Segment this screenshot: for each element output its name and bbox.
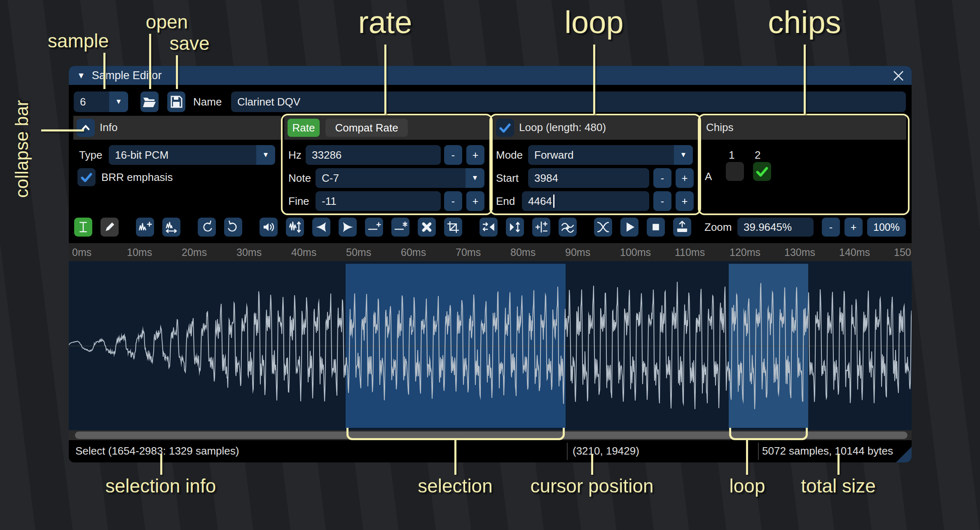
ruler-tick-label: 100ms xyxy=(620,246,651,258)
fade-out-button[interactable] xyxy=(339,218,357,237)
ruler-tick-label: 60ms xyxy=(401,246,426,258)
ruler-tick-label: 0ms xyxy=(72,246,91,258)
window-collapse-triangle-icon[interactable]: ▼ xyxy=(77,71,85,80)
annotation-line-collapse-bar xyxy=(41,129,84,131)
annotation-chips: chips xyxy=(768,4,841,40)
info-panel: Info Type 16-bit PCM ▼ BRR emphasis xyxy=(73,116,281,213)
open-sample-button[interactable] xyxy=(140,91,159,112)
total-size-status: 5072 samples, 10144 bytes xyxy=(762,445,893,457)
fade-in-button[interactable] xyxy=(312,218,330,237)
cursor-position-status: (3210, 19429) xyxy=(573,445,639,457)
annotation-loop-region: loop xyxy=(730,475,765,497)
annotation-bracket-loop xyxy=(729,428,808,440)
annotation-line-rate xyxy=(384,45,386,114)
select-button[interactable] xyxy=(74,218,92,237)
info-header: Info xyxy=(100,121,117,134)
window-titlebar[interactable]: ▼ Sample Editor xyxy=(69,66,912,85)
filter-icon xyxy=(560,219,575,235)
status-bar: Select (1654-2983: 1329 samples) (3210, … xyxy=(69,440,912,462)
ruler-tick-label: 140ms xyxy=(839,246,870,258)
chevron-up-icon xyxy=(79,121,92,134)
amplify-icon xyxy=(261,219,276,235)
undo-button[interactable] xyxy=(198,218,216,237)
type-label: Type xyxy=(79,145,102,165)
undo-icon xyxy=(199,219,215,235)
stop-icon xyxy=(648,219,664,235)
delete-button[interactable] xyxy=(418,218,436,237)
annotation-sample: sample xyxy=(48,30,109,52)
apply-silence-icon xyxy=(393,219,408,235)
annotation-total-size: total size xyxy=(801,475,876,497)
window-resize-grip[interactable] xyxy=(896,447,912,462)
annotation-stem-total-size xyxy=(837,454,840,475)
name-label: Name xyxy=(193,91,222,112)
sample-selector-value: 6 xyxy=(74,91,109,112)
annotation-line-loop xyxy=(593,45,595,114)
waveform-canvas[interactable] xyxy=(69,261,912,430)
fade-in-icon xyxy=(313,219,329,235)
normalize-button[interactable] xyxy=(286,218,304,237)
resize-button[interactable] xyxy=(136,218,154,237)
close-icon[interactable] xyxy=(892,69,905,82)
annotation-rate: rate xyxy=(358,4,412,40)
ruler-tick-label: 110ms xyxy=(675,246,705,258)
draw-icon xyxy=(102,219,117,235)
ruler-tick-label: 80ms xyxy=(510,246,536,258)
ruler-tick-label: 120ms xyxy=(730,246,760,258)
annotation-box-loop xyxy=(489,114,701,215)
insert-silence-icon xyxy=(366,219,382,235)
annotation-line-chips xyxy=(804,45,806,114)
ruler-tick-label: 20ms xyxy=(182,246,207,258)
reverse-icon xyxy=(481,219,496,235)
ruler-tick-label: 90ms xyxy=(565,246,590,258)
resample-button[interactable] xyxy=(162,218,180,237)
zoom-in-button[interactable]: + xyxy=(844,218,863,237)
annotation-box-chips xyxy=(698,114,910,215)
ruler-tick-label: 10ms xyxy=(127,246,152,258)
save-sample-button[interactable] xyxy=(167,91,185,112)
checkmark-icon xyxy=(79,170,94,185)
selection-info-status: Select (1654-2983: 1329 samples) xyxy=(75,445,239,457)
zoom-reset-button[interactable]: 100% xyxy=(867,218,906,237)
annotation-line-sample xyxy=(103,53,105,89)
zoom-input[interactable]: 39.9645% xyxy=(737,218,814,237)
play-button[interactable] xyxy=(620,218,639,237)
sample-selector[interactable]: 6 ▼ xyxy=(74,91,128,112)
floppy-disk-icon xyxy=(167,93,185,111)
annotation-selection-info: selection info xyxy=(105,475,216,497)
annotation-stem-selection-info xyxy=(160,454,162,475)
annotation-box-rate xyxy=(281,114,493,215)
resample-icon xyxy=(164,219,179,235)
sign-icon xyxy=(533,219,549,235)
delete-icon xyxy=(419,219,435,235)
type-select-value: 16-bit PCM xyxy=(109,145,256,165)
normalize-icon xyxy=(287,219,303,235)
ruler-tick-label: 130ms xyxy=(784,246,815,258)
type-select[interactable]: 16-bit PCM ▼ xyxy=(109,145,275,165)
reverse-button[interactable] xyxy=(479,218,498,237)
trim-button[interactable] xyxy=(444,218,462,237)
chevron-down-icon[interactable]: ▼ xyxy=(109,91,128,112)
stop-button[interactable] xyxy=(647,218,665,237)
draw-button[interactable] xyxy=(101,218,119,237)
zoom-value: 39.9645% xyxy=(744,221,792,234)
chevron-down-icon[interactable]: ▼ xyxy=(256,145,275,165)
crossfade-button[interactable] xyxy=(594,218,612,237)
collapse-bar-button[interactable] xyxy=(77,119,95,137)
amplify-button[interactable] xyxy=(260,218,278,237)
time-ruler[interactable]: 0ms10ms20ms30ms40ms50ms60ms70ms80ms90ms1… xyxy=(69,243,912,261)
insert-silence-button[interactable] xyxy=(365,218,383,237)
filter-button[interactable] xyxy=(559,218,577,237)
invert-button[interactable] xyxy=(506,218,524,237)
ruler-tick-label: 30ms xyxy=(236,246,262,258)
sign-button[interactable] xyxy=(532,218,550,237)
status-separator xyxy=(758,443,759,460)
zoom-out-button[interactable]: - xyxy=(822,218,840,237)
to-wavetable-button[interactable] xyxy=(673,218,691,237)
annotation-cursor-position: cursor position xyxy=(530,475,653,497)
brr-emphasis-checkbox[interactable] xyxy=(77,168,96,186)
apply-silence-button[interactable] xyxy=(391,218,409,237)
zoom-label: Zoom xyxy=(704,218,732,237)
annotation-line-save xyxy=(176,55,178,89)
redo-button[interactable] xyxy=(224,218,242,237)
